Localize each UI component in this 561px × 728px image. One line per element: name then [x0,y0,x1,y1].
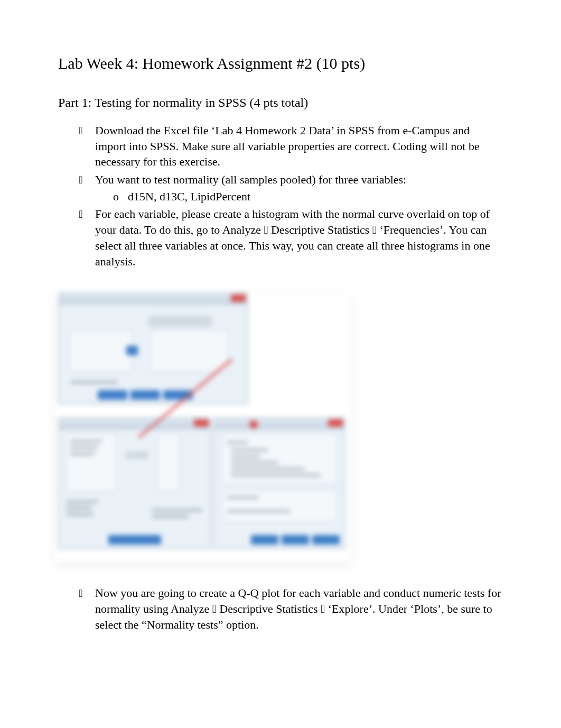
part1-heading: Part 1: Testing for normality in SPSS (4… [58,96,503,110]
dialog-text [227,510,290,513]
dialog-text [231,474,321,477]
sublist: o d15N, d13C, LipidPercent [95,189,503,205]
circle-bullet-icon: o [113,189,119,205]
bullet-icon:  [77,173,85,187]
dialog-button [312,535,340,545]
part1-list-continued:  Now you are going to create a Q-Q plot… [58,585,503,632]
dialog-button [108,535,161,545]
dialog-button [130,390,160,400]
page-title: Lab Week 4: Homework Assignment #2 (10 p… [58,53,503,73]
dialog-field [125,451,148,459]
dialog-text [70,453,95,456]
dialog-text [227,441,248,444]
dialog-button [98,390,127,400]
list-item-text: You want to test normality (all samples … [95,173,406,186]
dialog-text [231,448,268,451]
dialog-text [231,455,260,458]
bullet-icon:  [77,207,85,222]
list-item:  Now you are going to create a Q-Q plot… [77,585,503,632]
dialog-text [66,500,98,503]
dialog-text [66,513,94,516]
bullet-icon:  [77,586,85,601]
list-item-text: Now you are going to create a Q-Q plot f… [95,586,501,631]
dialog-list-left [69,330,133,372]
dialog-text [152,509,202,512]
dialog-text [227,496,258,499]
dialog-text [152,515,189,518]
list-item:  Download the Excel file ‘Lab 4 Homewor… [77,123,503,170]
dialog-text [70,440,102,443]
dialog-titlebar [59,293,248,305]
spss-dialog-bottom-left [58,417,211,549]
dialog-text [231,467,305,471]
dialog-list-right [149,330,229,372]
list-item-text: Download the Excel file ‘Lab 4 Homework … [95,124,480,168]
dialog-titlebar [59,418,211,429]
dialog-titlebar [214,418,345,429]
dialog-text [70,381,118,384]
spss-screenshot-collage [55,292,351,562]
list-item:  You want to test normality (all sample… [77,172,503,204]
dialog-field [148,316,212,327]
dialog-panel [221,490,338,522]
bullet-icon:  [77,124,85,138]
dialog-button [282,535,309,545]
spss-dialog-bottom-right [213,417,345,549]
spss-dialog-top [58,292,248,404]
sublist-item-text: d15N, d13C, LipidPercent [128,190,250,203]
part1-list:  Download the Excel file ‘Lab 4 Homewor… [58,123,503,269]
list-item-text: For each variable, please create a histo… [95,207,490,268]
dialog-text [231,461,278,464]
close-icon [231,294,246,302]
dialog-panel [157,434,180,492]
list-item:  For each variable, please create a his… [77,206,503,269]
dialog-text [66,506,91,510]
close-icon [328,419,343,427]
move-right-icon [126,346,138,355]
close-icon [194,419,209,427]
dialog-text [70,446,98,449]
sublist-item: o d15N, d13C, LipidPercent [113,189,503,205]
dialog-button [251,535,278,545]
